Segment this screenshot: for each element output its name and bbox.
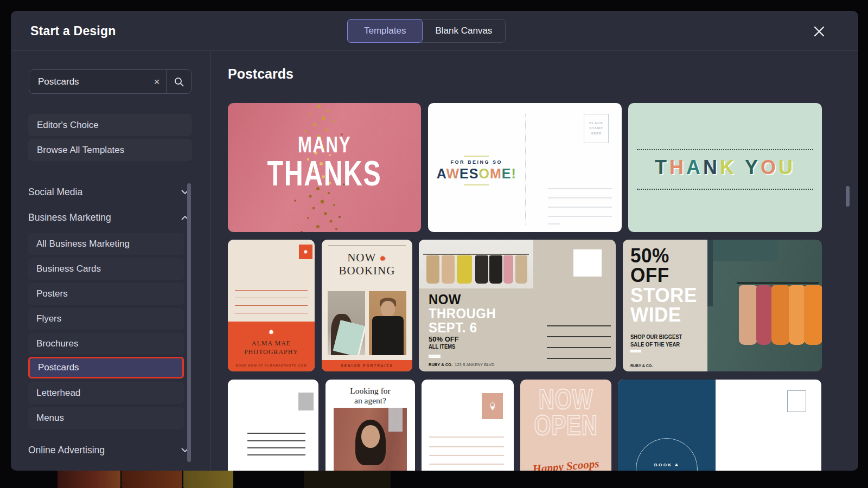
color-panel: BOOK A TOUR TODAY — [618, 380, 716, 471]
sidebar-scrollbar[interactable] — [187, 183, 191, 462]
address-line — [547, 358, 611, 359]
stamp-icon — [482, 393, 503, 419]
section-label: Social Media — [28, 187, 82, 198]
template-row: Looking for an agent? — [228, 380, 822, 471]
decorative-shape — [361, 425, 380, 448]
template-book-a-tour[interactable]: BOOK A TOUR TODAY — [618, 380, 821, 471]
card-line: FOR BEING SO — [428, 159, 525, 165]
card-line: Happy Scoops — [520, 456, 611, 471]
ice-cream-icon — [490, 407, 495, 410]
card-footer: RUBY & CO. 123 S ANKENY BLVD — [429, 362, 494, 367]
card-text: NOW THROUGH SEPT. 6 — [429, 292, 496, 335]
decorative-shape — [739, 285, 757, 345]
close-icon — [813, 25, 825, 37]
template-storewide-sale[interactable]: 50% OFF STORE WIDE SHOP OUR BIGGEST SALE… — [623, 240, 822, 371]
address-line — [247, 440, 305, 441]
stamp-box — [573, 249, 602, 277]
template-sept-sale[interactable]: NOW THROUGH SEPT. 6 50% OFF ALL ITEMS RU… — [419, 240, 616, 371]
item-label: Postcards — [38, 362, 79, 373]
sidebar-item-business-cards[interactable]: Business Cards — [28, 258, 184, 280]
card-text: NOW ✹ BOOKING — [322, 252, 412, 277]
section-online-advertising[interactable]: Online Advertising — [28, 438, 192, 462]
card-line: PHOTOGRAPHY — [228, 348, 315, 357]
sidebar-item-brochures[interactable]: Brochures — [28, 333, 184, 355]
section-business-marketing[interactable]: Business Marketing — [28, 206, 192, 229]
address-line — [429, 464, 504, 465]
card-line: THROUGH — [429, 306, 496, 320]
clear-icon: × — [154, 76, 159, 87]
stamp-box: PLACE STAMP HERE — [584, 114, 609, 143]
card-line: an agent? — [326, 396, 415, 406]
decorative-shape — [489, 255, 502, 284]
decorative-shape — [789, 285, 805, 345]
sidebar-item-posters[interactable]: Posters — [28, 283, 184, 305]
section-social-media[interactable]: Social Media — [28, 180, 192, 204]
tab-blank-canvas[interactable]: Blank Canvas — [422, 20, 505, 42]
accent-rule — [464, 184, 489, 185]
item-label: Brochures — [36, 338, 78, 349]
card-line: BOOKING — [322, 265, 412, 278]
address-line — [247, 433, 305, 434]
browse-all-templates-button[interactable]: Browse All Templates — [28, 139, 192, 161]
card-line: 50% — [630, 246, 697, 266]
card-line: NOW — [429, 292, 496, 306]
card-line: NOW — [347, 251, 376, 264]
template-agent[interactable]: Looking for an agent? — [326, 380, 415, 471]
clear-search-button[interactable]: × — [148, 76, 166, 88]
background-photo — [122, 470, 182, 488]
address-line — [547, 347, 611, 348]
template-awesome-postcard[interactable]: PLACE STAMP HERE FOR BEING SO AWESOME! — [428, 103, 622, 232]
template-now-booking[interactable]: NOW ✹ BOOKING — [322, 240, 412, 371]
templates-panel: Postcards — [212, 51, 858, 471]
close-button[interactable] — [812, 24, 827, 39]
template-pink-postcard[interactable] — [422, 380, 514, 471]
templates-scrollbar[interactable] — [846, 186, 850, 207]
brand-address: 123 S ANKENY BLVD — [455, 362, 494, 367]
item-label: Flyers — [36, 313, 61, 324]
quick-link-label: Editor's Choice — [37, 120, 99, 131]
decorative-shape — [804, 285, 822, 345]
address-line — [548, 216, 612, 217]
template-alma-mae[interactable]: ✹ ✹ ALMA MAE PHOTOGRAPHY BOOK NOW AT ALM… — [228, 240, 315, 371]
card-line: NOW — [528, 386, 603, 412]
starburst-icon: ✹ — [303, 249, 308, 255]
search-icon — [174, 76, 184, 87]
template-blank-postcard[interactable] — [228, 380, 318, 471]
card-line: WIDE — [630, 305, 697, 325]
writing-line — [235, 313, 308, 313]
sidebar-item-letterhead[interactable]: Letterhead — [28, 382, 184, 404]
card-text: ✹ ALMA MAE PHOTOGRAPHY BOOK NOW AT ALMAM… — [228, 322, 315, 371]
card-line: OPEN — [528, 412, 603, 438]
editors-choice-button[interactable]: Editor's Choice — [28, 114, 192, 136]
card-text: BOOK A TOUR TODAY — [636, 438, 698, 471]
decorative-shape — [630, 350, 641, 352]
stamp-box — [298, 393, 314, 410]
address-line — [548, 207, 612, 208]
card-text: FOR BEING SO AWESOME! — [428, 153, 525, 188]
template-thank-you[interactable]: THANK YOU — [628, 103, 822, 232]
tab-templates[interactable]: Templates — [347, 19, 423, 43]
item-label: Letterhead — [36, 388, 80, 399]
sidebar-item-flyers[interactable]: Flyers — [28, 308, 184, 330]
card-line: OFF — [630, 266, 697, 285]
sidebar-item-menus[interactable]: Menus — [28, 407, 184, 429]
stamp-box — [787, 390, 806, 412]
card-line: 50% OFF — [429, 335, 459, 343]
template-many-thanks[interactable]: MANY THANKS — [228, 103, 421, 232]
sidebar-item-postcards[interactable]: Postcards — [28, 357, 184, 378]
decorative-shape — [771, 285, 790, 345]
background-photo — [58, 470, 120, 488]
writing-line — [235, 305, 308, 306]
search-input[interactable] — [29, 76, 148, 87]
template-row: MANY THANKS PLACE STAMP HERE FOR BEING S… — [228, 103, 822, 232]
address-line — [247, 454, 305, 455]
search-button[interactable] — [167, 76, 191, 87]
background-photo — [183, 470, 233, 488]
search-box: × — [29, 69, 192, 94]
card-line: THANKS — [249, 156, 400, 191]
template-now-open[interactable]: NOW OPEN Happy Scoops ... — [520, 380, 611, 471]
sidebar-item-all-business-marketing[interactable]: All Business Marketing — [28, 233, 184, 255]
address-line — [247, 447, 305, 448]
card-line: BOOK NOW AT ALMAMAEPHOTO.COM — [228, 364, 315, 367]
card-text: 50% OFF STORE WIDE — [630, 246, 697, 325]
